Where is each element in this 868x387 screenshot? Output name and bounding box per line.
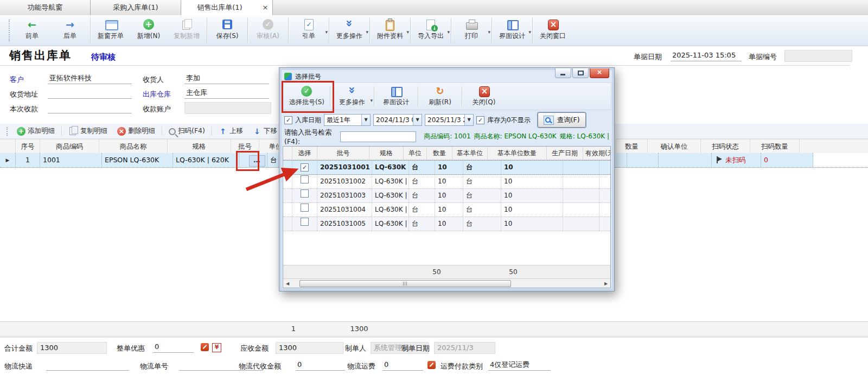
col-scan-status[interactable]: 扫码状态 xyxy=(701,139,750,153)
audit-button[interactable]: 审核(A) xyxy=(249,15,287,46)
col-scan-qty[interactable]: 扫码数量 xyxy=(750,139,800,153)
ui-design-button[interactable]: 界面设计 xyxy=(375,84,417,109)
save-button[interactable]: 保存(S) xyxy=(208,15,246,46)
delete-detail-button[interactable]: 删除明细 xyxy=(112,126,160,136)
scroll-right-icon[interactable]: ▶ xyxy=(602,281,610,286)
customer-label: 客户 xyxy=(10,74,24,86)
row-checkbox[interactable] xyxy=(301,204,309,212)
scrollbar-thumb[interactable] xyxy=(299,280,511,287)
receivable-field[interactable]: 1300 xyxy=(276,342,343,354)
col-qty[interactable]: 数量 xyxy=(427,147,452,160)
consignee-field[interactable]: 李加 xyxy=(184,73,269,84)
ui-design-button[interactable]: 界面设计 xyxy=(493,15,531,46)
toolbar-separator xyxy=(212,126,212,136)
dropdown-caret-icon[interactable]: ▼ xyxy=(361,115,370,125)
summary-amount: 1300 xyxy=(337,322,381,336)
hide-zero-stock-checkbox[interactable]: ✓ xyxy=(476,116,484,124)
more-actions-button[interactable]: 更多操作 xyxy=(330,15,368,46)
pull-doc-button[interactable]: 引单 xyxy=(290,15,328,46)
warehouse-label: 出库仓库 xyxy=(143,88,171,100)
toolbar-separator xyxy=(288,18,289,43)
freight-field[interactable]: 0 xyxy=(382,359,423,371)
scroll-left-icon[interactable]: ◀ xyxy=(283,281,292,286)
attachments-button[interactable]: 附件资料 xyxy=(371,15,409,46)
maker-label: 制单人 xyxy=(345,342,366,354)
customer-field[interactable]: 亚拓软件科技 xyxy=(48,73,132,84)
inbound-date-checkbox[interactable]: ✓ xyxy=(284,116,292,124)
consignee-label: 收货人 xyxy=(143,74,164,86)
next-doc-button[interactable]: 后单 xyxy=(51,15,89,46)
prev-doc-button[interactable]: 前单 xyxy=(13,15,51,46)
col-spec[interactable]: 规格 xyxy=(369,147,404,160)
date-from-select[interactable]: 2024/11/3 0▼ xyxy=(373,114,422,126)
close-button[interactable] xyxy=(590,68,609,78)
col-unit[interactable]: 单位 xyxy=(404,147,427,160)
dropdown-caret-icon[interactable]: ▼ xyxy=(413,115,422,125)
edit-red-icon[interactable] xyxy=(427,361,436,369)
add-detail-button[interactable]: 添加明细 xyxy=(12,126,60,136)
col-prod-date[interactable]: 生产日期 xyxy=(547,147,583,160)
batch-row[interactable]: 20251031004 LQ-630K | 台 10 台 10 xyxy=(283,203,610,217)
tab-close-icon[interactable]: × xyxy=(258,3,272,11)
print-button[interactable]: 打印 xyxy=(452,15,490,46)
move-up-button[interactable]: 上移 xyxy=(214,126,248,136)
maximize-button[interactable] xyxy=(572,68,589,78)
query-button[interactable]: 查询(F) xyxy=(538,112,586,128)
toolbar-separator xyxy=(418,86,418,106)
freight-type-field[interactable]: 4仅登记运费 xyxy=(488,359,551,371)
payment-label: 本次收款 xyxy=(10,103,38,115)
doc-no-field[interactable] xyxy=(784,50,852,62)
payment-field[interactable] xyxy=(48,102,132,113)
minimize-button[interactable] xyxy=(555,68,571,78)
plus-icon xyxy=(143,19,154,30)
col-code[interactable]: 商品编码 xyxy=(40,139,99,153)
account-field[interactable] xyxy=(184,102,271,114)
horizontal-scrollbar[interactable]: ◀ ▶ xyxy=(283,278,610,288)
tab-purchase-inbound[interactable]: 采购入库单(1) xyxy=(91,0,181,15)
dropdown-caret-icon[interactable]: ▼ xyxy=(464,115,473,125)
logistics-express-field[interactable] xyxy=(46,359,129,371)
summary-count: 1 xyxy=(280,322,307,336)
col-qty[interactable]: 数量 xyxy=(616,139,648,153)
close-window-button[interactable]: 关闭窗口 xyxy=(534,15,572,46)
col-batch-no[interactable]: 批号 xyxy=(317,147,369,160)
order-discount-field[interactable]: 0 xyxy=(153,341,194,353)
import-export-button[interactable]: 导入导出 xyxy=(412,15,450,46)
batch-search-input[interactable] xyxy=(340,131,416,142)
close-dialog-button[interactable]: 关闭(Q) xyxy=(463,84,505,109)
copy-detail-button[interactable]: 复制明细 xyxy=(63,126,112,136)
move-down-button[interactable]: 下移 xyxy=(248,126,282,136)
col-spec[interactable]: 规格 xyxy=(168,139,231,153)
col-base-qty[interactable]: 基本单位数量 xyxy=(488,147,547,160)
warehouse-field[interactable]: 主仓库 xyxy=(184,87,269,99)
address-field[interactable] xyxy=(48,87,132,99)
batch-row[interactable]: 20251031002 LQ-630K | 台 10 台 10 xyxy=(283,175,610,189)
col-validity[interactable]: 有效期(天) xyxy=(583,147,610,160)
date-to-select[interactable]: 2025/11/3 2▼ xyxy=(425,114,474,126)
doc-date-field[interactable]: 2025-11-03 15:05 xyxy=(671,50,742,61)
yen-discount-icon[interactable] xyxy=(212,343,221,352)
scan-button[interactable]: 扫码(F4) xyxy=(164,126,210,136)
date-range-select[interactable]: 最近1年▼ xyxy=(324,114,371,126)
batch-row[interactable]: 20251031003 LQ-630K | 台 10 台 10 xyxy=(283,189,610,203)
col-confirm-unit[interactable]: 确认单位 xyxy=(648,139,701,153)
batch-row[interactable]: ✓ 20251031001 LQ-630K | 台 10 台 10 xyxy=(283,160,610,175)
tab-nav-window[interactable]: 功能导航窗 xyxy=(0,0,91,15)
freight-type-label: 运费付款类别 xyxy=(441,360,483,372)
add-button[interactable]: 新增(N) xyxy=(130,15,168,46)
tab-sales-outbound[interactable]: 销售出库单(1) × xyxy=(181,0,273,15)
col-base-unit[interactable]: 基本单位 xyxy=(452,147,488,160)
more-actions-button[interactable]: 更多操作 xyxy=(331,84,373,109)
new-window-button[interactable]: 新窗开单 xyxy=(92,15,130,46)
col-name[interactable]: 商品名称 xyxy=(99,139,168,153)
copy-add-button[interactable]: 复制新增 xyxy=(168,15,206,46)
batch-row[interactable]: 20251031005 LQ-630K | 台 10 台 10 xyxy=(283,217,610,231)
col-seq[interactable]: 序号 xyxy=(16,139,40,153)
clipboard-icon xyxy=(386,20,394,31)
cod-amount-field[interactable]: 0 xyxy=(296,359,345,371)
edit-red-icon[interactable] xyxy=(201,343,209,351)
total-amount-field[interactable]: 1300 xyxy=(37,342,107,354)
col-select[interactable]: 选择 xyxy=(292,147,317,160)
refresh-button[interactable]: 刷新(R) xyxy=(419,84,461,109)
row-checkbox[interactable] xyxy=(301,218,309,226)
